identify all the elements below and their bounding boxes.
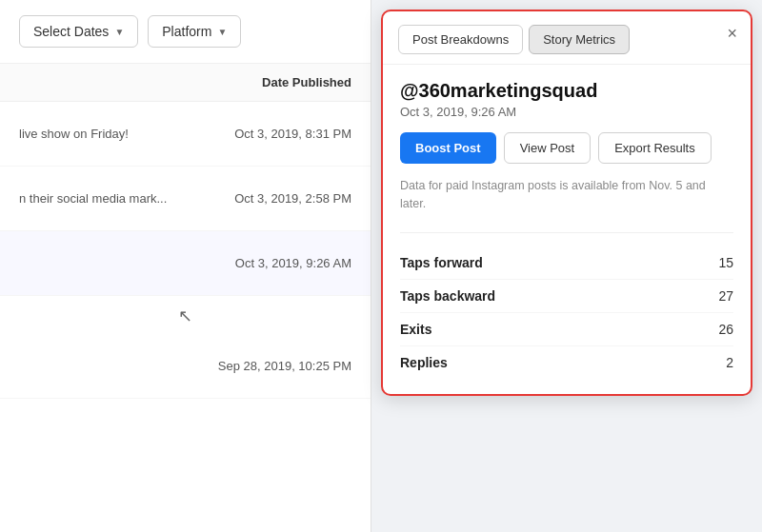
row-date: Oct 3, 2019, 8:31 PM [234, 127, 351, 141]
row-content: n their social media mark... [19, 191, 234, 206]
action-buttons: Boost Post View Post Export Results [400, 132, 733, 164]
row-date: Oct 3, 2019, 9:26 AM [19, 256, 351, 270]
metric-label: Exits [400, 322, 431, 337]
view-post-label: View Post [520, 141, 575, 155]
cursor-area: ↖ [0, 296, 371, 326]
panel-tabs: Post Breakdowns Story Metrics × [383, 11, 751, 65]
select-dates-label: Select Dates [33, 24, 109, 39]
story-metrics-panel: Post Breakdowns Story Metrics × @360mark… [381, 10, 752, 396]
metric-row-taps-forward: Taps forward 15 [400, 246, 733, 280]
table-row[interactable]: n their social media mark... Oct 3, 2019… [0, 167, 371, 231]
tab-post-breakdowns-label: Post Breakdowns [412, 32, 509, 47]
date-published-header: Date Published [262, 75, 351, 89]
tab-story-metrics[interactable]: Story Metrics [529, 25, 630, 54]
metric-label: Replies [400, 355, 448, 370]
tab-post-breakdowns[interactable]: Post Breakdowns [398, 25, 523, 54]
left-panel: Select Dates ▼ Platform ▼ Date Published… [0, 0, 371, 532]
boost-post-button[interactable]: Boost Post [400, 132, 496, 164]
cursor-icon: ↖ [178, 305, 192, 326]
metric-label: Taps forward [400, 255, 483, 270]
table-row[interactable]: Sep 28, 2019, 10:25 PM [0, 334, 371, 399]
row-content: live show on Friday! [19, 127, 234, 141]
row-date: Sep 28, 2019, 10:25 PM [19, 359, 351, 373]
select-dates-button[interactable]: Select Dates ▼ [19, 15, 138, 48]
table-row-selected[interactable]: Oct 3, 2019, 9:26 AM [0, 231, 371, 296]
tab-story-metrics-label: Story Metrics [543, 32, 615, 47]
metric-row-exits: Exits 26 [400, 313, 733, 346]
table-header: Date Published [0, 64, 371, 102]
account-date: Oct 3, 2019, 9:26 AM [400, 105, 733, 119]
toolbar: Select Dates ▼ Platform ▼ [0, 0, 371, 64]
select-dates-chevron-icon: ▼ [114, 27, 124, 37]
row-date: Oct 3, 2019, 2:58 PM [234, 191, 351, 206]
platform-button[interactable]: Platform ▼ [148, 15, 241, 48]
export-results-label: Export Results [614, 141, 695, 155]
platform-chevron-icon: ▼ [217, 27, 227, 37]
close-icon: × [727, 24, 737, 43]
info-text: Data for paid Instagram posts is availab… [400, 177, 733, 213]
metric-row-replies: Replies 2 [400, 346, 733, 379]
platform-label: Platform [162, 24, 211, 39]
metric-row-taps-backward: Taps backward 27 [400, 280, 733, 313]
export-results-button[interactable]: Export Results [598, 132, 712, 164]
metric-value: 2 [726, 355, 733, 370]
table-row[interactable]: live show on Friday! Oct 3, 2019, 8:31 P… [0, 102, 371, 167]
metric-value: 26 [718, 322, 733, 337]
metric-label: Taps backward [400, 288, 495, 304]
view-post-button[interactable]: View Post [504, 132, 592, 164]
metrics-divider [400, 232, 733, 233]
metric-value: 15 [718, 255, 733, 270]
close-button[interactable]: × [727, 25, 737, 42]
account-name: @360marketingsquad [400, 80, 733, 102]
boost-post-label: Boost Post [415, 141, 481, 155]
table-rows: live show on Friday! Oct 3, 2019, 8:31 P… [0, 102, 371, 399]
metric-value: 27 [718, 288, 733, 304]
panel-body: @360marketingsquad Oct 3, 2019, 9:26 AM … [383, 65, 751, 394]
